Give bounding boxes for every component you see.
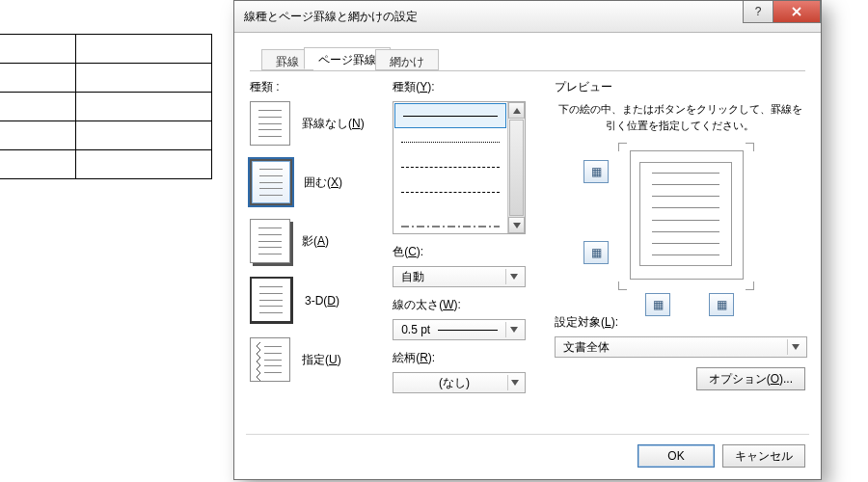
chevron-down-icon (507, 375, 522, 390)
preset-label: 罫線なし(N) (302, 116, 365, 132)
preset-label: 3-D(D) (305, 294, 339, 308)
border-top-icon: ▦ (591, 165, 602, 178)
art-combobox[interactable]: (なし) (393, 372, 526, 393)
preset-shadow-icon (250, 219, 290, 263)
preset-section-label: 種類 : (250, 79, 373, 95)
line-style-dashed-fine[interactable] (393, 154, 507, 179)
options-button[interactable]: オプション(O)... (696, 367, 805, 390)
border-left-toggle[interactable]: ▦ (645, 293, 670, 316)
chevron-down-icon (505, 269, 522, 284)
preview-area[interactable]: ▦ ▦ ▦ ▦ (555, 145, 805, 308)
art-label: 絵柄(R): (393, 350, 535, 366)
chevron-down-icon (505, 322, 522, 337)
preview-instruction: 下の絵の中、またはボタンをクリックして、罫線を引く位置を指定してください。 (555, 101, 805, 133)
style-label: 種類(Y): (393, 79, 535, 95)
color-value: 自動 (401, 269, 424, 285)
dialog-titlebar[interactable]: 線種とページ罫線と網かけの設定 ? (234, 1, 821, 33)
preset-label: 囲む(X) (304, 174, 342, 191)
dialog-tabstrip: 罫線 ページ罫線 網かけ (250, 47, 805, 71)
scroll-down-button[interactable] (508, 217, 525, 233)
border-right-toggle[interactable]: ▦ (709, 293, 734, 316)
border-right-icon: ▦ (717, 298, 727, 311)
help-button[interactable]: ? (743, 1, 773, 23)
close-icon (791, 6, 802, 17)
preset-label: 指定(U) (302, 352, 341, 368)
preview-corner-mark (618, 281, 627, 290)
preview-corner-mark (746, 143, 754, 151)
preset-custom[interactable]: 指定(U) (250, 337, 373, 382)
color-label: 色(C): (393, 244, 535, 260)
tab-label: ページ罫線 (318, 53, 376, 67)
ok-label: OK (667, 449, 684, 463)
background-document-table: 目↵ 語↵ 学↵ 科↵ 会↵ (0, 34, 212, 179)
preset-none[interactable]: 罫線なし(N) (250, 101, 373, 146)
art-value: (なし) (401, 375, 507, 391)
options-button-label: オプション(O)... (709, 371, 793, 388)
preset-box-icon (250, 159, 292, 205)
scroll-thumb[interactable] (509, 120, 524, 216)
chevron-down-icon (787, 339, 803, 355)
preset-3d-icon (250, 277, 293, 324)
preview-corner-mark (618, 143, 627, 151)
preset-none-icon (250, 101, 290, 146)
cancel-button[interactable]: キャンセル (722, 444, 805, 468)
line-style-dashdot[interactable] (393, 204, 507, 229)
preset-label: 影(A) (302, 233, 329, 250)
tab-label: 罫線 (276, 55, 299, 68)
border-bottom-icon: ▦ (591, 246, 602, 259)
preset-3d[interactable]: 3-D(D) (250, 277, 373, 324)
borders-and-shading-dialog: 線種とページ罫線と網かけの設定 ? 罫線 ページ罫線 網かけ (233, 0, 822, 480)
line-style-scrollbar[interactable] (507, 102, 525, 233)
line-style-listbox[interactable] (393, 101, 526, 234)
preview-corner-mark (746, 281, 754, 290)
border-top-toggle[interactable]: ▦ (583, 160, 609, 183)
line-style-solid[interactable] (394, 103, 506, 128)
ok-button[interactable]: OK (637, 444, 715, 468)
tab-label: 網かけ (390, 55, 424, 68)
border-left-icon: ▦ (653, 298, 664, 311)
help-icon: ? (755, 5, 762, 18)
apply-to-combobox[interactable]: 文書全体 (555, 336, 807, 358)
preview-page-content[interactable] (639, 162, 732, 266)
apply-to-value: 文書全体 (563, 339, 610, 356)
border-bottom-toggle[interactable]: ▦ (583, 241, 609, 264)
line-style-dotted[interactable] (393, 129, 507, 154)
tab-shading[interactable]: 網かけ (375, 49, 439, 70)
footer-separator (246, 434, 809, 435)
line-style-dashed[interactable] (393, 179, 507, 204)
scroll-up-button[interactable] (508, 102, 525, 119)
width-combobox[interactable]: 0.5 pt (393, 319, 526, 340)
preview-label: プレビュー (555, 79, 805, 95)
dialog-title: 線種とページ罫線と網かけの設定 (244, 9, 418, 25)
cancel-label: キャンセル (735, 448, 793, 465)
preset-box[interactable]: 囲む(X) (250, 159, 373, 205)
close-button[interactable] (773, 1, 821, 23)
width-preview-line (438, 330, 498, 331)
apply-to-label: 設定対象(L): (555, 314, 805, 331)
width-label: 線の太さ(W): (393, 297, 535, 313)
preset-custom-icon (250, 337, 290, 382)
width-value: 0.5 pt (401, 323, 430, 336)
preset-shadow[interactable]: 影(A) (250, 219, 373, 263)
color-combobox[interactable]: 自動 (393, 266, 526, 287)
